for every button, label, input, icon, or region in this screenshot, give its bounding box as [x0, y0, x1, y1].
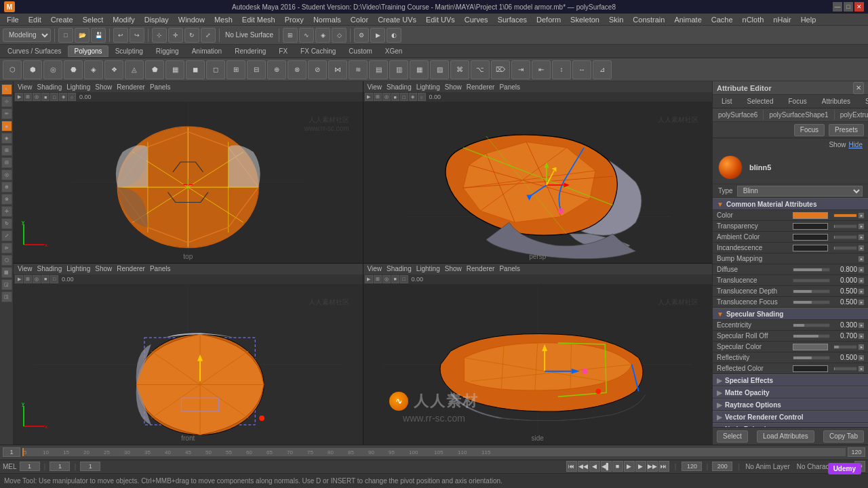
vp-tb-btn-s4[interactable]: ■ [391, 275, 399, 283]
shelf-icon-1[interactable]: ⬡ [3, 60, 22, 79]
focus-button[interactable]: Focus [794, 124, 825, 136]
menu-file[interactable]: File [3, 15, 23, 24]
reflectivity-slider[interactable] [793, 356, 830, 360]
node-tab-2[interactable]: polySurfaceShape1 [764, 110, 834, 120]
tool-12[interactable]: ↻ [1, 218, 12, 229]
shelf-icon-8[interactable]: ⬟ [145, 60, 164, 79]
shelf-tab-animation[interactable]: Animation [186, 45, 228, 57]
vp-tb-btn-f1[interactable]: ▶ [15, 275, 23, 283]
trans-depth-slider[interactable] [793, 289, 830, 293]
shelf-icon-21[interactable]: ▦ [410, 60, 429, 79]
save-btn[interactable]: 💾 [91, 28, 106, 43]
shelf-icon-22[interactable]: ▧ [430, 60, 449, 79]
rotate-btn[interactable]: ↻ [184, 28, 199, 43]
shelf-icon-10[interactable]: ◼ [186, 60, 205, 79]
vp-front-content[interactable]: front 人人素材社区 xy [14, 284, 363, 445]
tool-2[interactable]: ⊹ [1, 96, 12, 107]
reflectivity-expand-btn[interactable]: ▸ [859, 355, 864, 361]
vp-tb-btn-f3[interactable]: ◎ [33, 275, 41, 283]
node-tab-3[interactable]: polyExtrudeFace4 [835, 110, 868, 120]
pb-play-back[interactable]: ◀▌ [601, 461, 612, 472]
vp-persp-view[interactable]: View [366, 83, 384, 91]
menu-animate[interactable]: Animate [670, 15, 705, 24]
shelf-icon-19[interactable]: ▤ [369, 60, 388, 79]
section-raytrace[interactable]: ▶ Raytrace Options [713, 399, 868, 411]
ae-tab-focus[interactable]: Focus [782, 96, 812, 107]
shelf-tab-sculpting[interactable]: Sculpting [109, 45, 149, 57]
minimize-button[interactable]: — [833, 2, 842, 12]
pb-next-key[interactable]: ▶▶ [647, 461, 658, 472]
vp-persp-content[interactable]: persp 人人素材社区 [363, 102, 713, 263]
trans-depth-expand-btn[interactable]: ▸ [859, 289, 864, 294]
transparency-swatch[interactable] [793, 223, 828, 230]
vp-side-view[interactable]: View [366, 265, 384, 272]
vp-tb-btn-f5[interactable]: □ [50, 275, 58, 283]
menu-curves[interactable]: Curves [460, 15, 492, 24]
tick-field[interactable] [80, 462, 100, 471]
tool-16[interactable]: ▦ [1, 267, 12, 278]
vp-front-show[interactable]: Show [94, 265, 113, 272]
tool-9[interactable]: ⊕ [1, 182, 12, 192]
ae-tab-list[interactable]: List [715, 96, 738, 107]
menu-select[interactable]: Select [79, 15, 108, 24]
menu-edit[interactable]: Edit [24, 15, 45, 24]
color-swatch[interactable] [793, 212, 828, 219]
tool-7[interactable]: ⊟ [1, 157, 12, 168]
shelf-icon-3[interactable]: ◎ [43, 60, 62, 79]
ambient-expand-btn[interactable]: ▸ [859, 235, 864, 240]
ae-tab-show[interactable]: Show [859, 96, 868, 107]
bump-expand-btn[interactable]: ▸ [859, 256, 864, 262]
speccolor-slider[interactable] [833, 345, 857, 349]
shelf-icon-20[interactable]: ▥ [389, 60, 408, 79]
pb-go-end[interactable]: ⏭ [658, 461, 669, 472]
copy-tab-button[interactable]: Copy Tab [823, 430, 864, 443]
diffuse-slider[interactable] [793, 268, 830, 272]
vp-tb-btn-6[interactable]: ◈ [59, 93, 67, 101]
shelf-tab-rendering[interactable]: Rendering [229, 45, 272, 57]
section-common-material[interactable]: ▼ Common Material Attributes [713, 198, 868, 210]
specroll-slider[interactable] [793, 334, 830, 338]
snap-grid-btn[interactable]: ⊞ [283, 28, 298, 43]
vp-menu-show[interactable]: Show [94, 83, 113, 91]
vp-front-panels[interactable]: Panels [149, 265, 172, 272]
vp-tb-btn-p6[interactable]: ◈ [409, 93, 417, 101]
section-matte-opacity[interactable]: ▶ Matte Opacity [713, 386, 868, 399]
vp-top-content[interactable]: top 人人素材社区www.rr-sc.com xy [14, 102, 363, 263]
reflectedcolor-expand-btn[interactable]: ▸ [859, 366, 864, 371]
ae-tab-selected[interactable]: Selected [741, 96, 780, 107]
shelf-icon-24[interactable]: ⌥ [471, 60, 490, 79]
translucence-slider[interactable] [793, 279, 830, 283]
vp-tb-btn-f2[interactable]: ⊞ [24, 275, 32, 283]
close-button[interactable]: ✕ [854, 2, 864, 12]
tool-3[interactable]: ✏ [1, 108, 12, 119]
eccentricity-slider[interactable] [793, 323, 830, 327]
tool-15[interactable]: ⬡ [1, 255, 12, 266]
vp-tb-btn-2[interactable]: ⊞ [24, 93, 32, 101]
select-btn[interactable]: ⊹ [152, 28, 167, 43]
presets-button[interactable]: Presets [829, 124, 864, 136]
vp-tb-btn-p2[interactable]: ⊞ [374, 93, 382, 101]
shelf-icon-12[interactable]: ⊞ [226, 60, 245, 79]
shelf-tab-curves[interactable]: Curves / Surfaces [1, 45, 67, 57]
ipr-btn[interactable]: ◐ [387, 28, 401, 43]
shelf-icon-28[interactable]: ↕ [552, 60, 571, 79]
sub-frame-field[interactable] [50, 462, 70, 471]
tool-18[interactable]: ◳ [1, 291, 12, 302]
start-frame-input[interactable] [3, 447, 20, 457]
move-btn[interactable]: ✛ [168, 28, 183, 43]
shelf-icon-9[interactable]: ▦ [165, 60, 184, 79]
render-settings-btn[interactable]: ⚙ [354, 28, 369, 43]
menu-create-uvs[interactable]: Create UVs [374, 15, 420, 24]
new-scene-btn[interactable]: □ [58, 28, 73, 43]
shelf-icon-30[interactable]: ⊿ [593, 60, 612, 79]
tool-6[interactable]: ⊞ [1, 145, 12, 156]
color-slider[interactable] [833, 214, 857, 218]
redo-btn[interactable]: ↪ [130, 28, 144, 43]
shelf-icon-11[interactable]: ◻ [206, 60, 225, 79]
load-attributes-button[interactable]: Load Attributes [757, 430, 814, 443]
menu-edit-mesh[interactable]: Edit Mesh [238, 15, 279, 24]
udemy-badge[interactable]: Udemy [828, 463, 861, 474]
shelf-icon-29[interactable]: ↔ [572, 60, 591, 79]
shelf-tab-xgen[interactable]: XGen [379, 45, 409, 57]
hide-link[interactable]: Hide [848, 141, 863, 148]
